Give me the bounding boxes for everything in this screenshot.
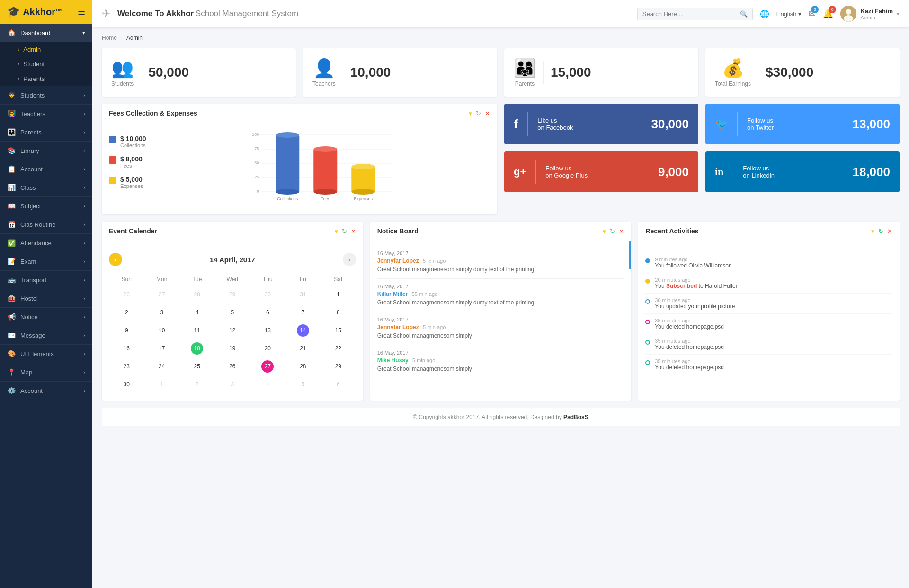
social-card-linkedin[interactable]: in Follow us on Linkedin 18,000 — [705, 151, 900, 192]
earnings-value: $30,000 — [766, 65, 813, 80]
sidebar-item-account2[interactable]: ⚙️ Account › — [0, 382, 92, 400]
refresh-button[interactable]: ↻ — [878, 228, 883, 235]
social-card-facebook[interactable]: f Like us on Facebook 30,000 — [504, 104, 698, 144]
submenu-item-student[interactable]: › Student — [0, 57, 92, 71]
search-icon[interactable]: 🔍 — [740, 10, 748, 18]
sidebar-item-class[interactable]: 📊 Class › — [0, 178, 92, 197]
calendar-day[interactable]: 17 — [144, 339, 180, 357]
sidebar-item-notice[interactable]: 📢 Notice › — [0, 308, 92, 326]
notice-author[interactable]: Jennyfar Lopez 5 min ago — [377, 258, 624, 264]
calendar-day[interactable]: 22 — [321, 339, 356, 357]
social-card-twitter[interactable]: 🐦 Follow us on Twitter 13,000 — [705, 104, 900, 144]
sidebar-item-message[interactable]: ✉️ Message › — [0, 326, 92, 345]
calendar-day[interactable]: 27 — [144, 285, 180, 303]
hamburger-icon[interactable]: ☰ — [78, 7, 85, 17]
calendar-day[interactable]: 3 — [144, 303, 180, 321]
calendar-day[interactable]: 15 — [321, 321, 356, 339]
close-button[interactable]: ✕ — [485, 110, 490, 117]
calendar-day[interactable]: 18 — [179, 339, 215, 357]
sidebar-item-library[interactable]: 📚 Library › — [0, 142, 92, 160]
refresh-button[interactable]: ↻ — [342, 228, 347, 235]
calendar-day[interactable]: 25 — [179, 357, 215, 375]
sidebar-logo[interactable]: 🎓 AkkhorTM ☰ — [0, 0, 92, 24]
sidebar-item-transport[interactable]: 🚌 Transport › — [0, 271, 92, 289]
sidebar-item-hostel[interactable]: 🏨 Hostel › — [0, 289, 92, 308]
calendar-day[interactable]: 13 — [250, 321, 285, 339]
collapse-button[interactable]: ▾ — [469, 110, 472, 117]
calendar-next-button[interactable]: › — [343, 253, 356, 266]
calendar-day[interactable]: 3 — [215, 375, 250, 393]
calendar-day[interactable]: 31 — [285, 285, 321, 303]
calendar-day[interactable]: 30 — [250, 285, 285, 303]
sidebar-item-clas-routine[interactable]: 📅 Clas Routine › — [0, 215, 92, 234]
calendar-day[interactable]: 28 — [179, 285, 215, 303]
sidebar-item-subject[interactable]: 📖 Subject › — [0, 197, 92, 215]
calendar-day[interactable]: 29 — [321, 357, 356, 375]
calendar-day[interactable]: 26 — [215, 357, 250, 375]
calendar-day[interactable]: 7 — [285, 303, 321, 321]
calendar-day[interactable]: 4 — [179, 303, 215, 321]
refresh-button[interactable]: ↻ — [476, 110, 481, 117]
close-button[interactable]: ✕ — [619, 228, 624, 235]
calendar-day[interactable]: 16 — [109, 339, 144, 357]
sidebar-item-ui-elements[interactable]: 🎨 UI Elements › — [0, 345, 92, 363]
submenu-item-admin[interactable]: › Admin — [0, 42, 92, 57]
sidebar-item-exam[interactable]: 📝 Exam › — [0, 252, 92, 271]
fees-chart-panel: Fees Collection & Expenses ▾ ↻ ✕ — [102, 104, 497, 214]
calendar-day[interactable]: 20 — [250, 339, 285, 357]
notice-author[interactable]: Mike Hussy 5 min ago — [377, 357, 624, 364]
globe-icon[interactable]: 🌐 — [760, 9, 769, 18]
close-button[interactable]: ✕ — [351, 228, 356, 235]
search-input[interactable] — [642, 10, 737, 18]
calendar-day[interactable]: 19 — [215, 339, 250, 357]
calendar-day[interactable]: 9 — [109, 321, 144, 339]
calendar-day[interactable]: 4 — [250, 375, 285, 393]
calendar-day[interactable]: 24 — [144, 357, 180, 375]
footer-brand-link[interactable]: PsdBosS — [563, 414, 588, 420]
breadcrumb-home[interactable]: Home — [102, 35, 117, 41]
calendar-day[interactable]: 6 — [321, 375, 356, 393]
calendar-day[interactable]: 12 — [215, 321, 250, 339]
calendar-prev-button[interactable]: ‹ — [109, 253, 122, 266]
calendar-day[interactable]: 29 — [215, 285, 250, 303]
calendar-day[interactable]: 11 — [179, 321, 215, 339]
calendar-day[interactable]: 30 — [109, 375, 144, 393]
mail-notification[interactable]: ✉ 5 — [809, 9, 816, 19]
calendar-day[interactable]: 2 — [179, 375, 215, 393]
language-selector[interactable]: English ▾ — [776, 10, 802, 18]
submenu-item-parents[interactable]: › Parents — [0, 71, 92, 86]
bell-notification[interactable]: 🔔 8 — [823, 9, 833, 19]
calendar-day[interactable]: 28 — [285, 357, 321, 375]
calendar-day[interactable]: 27 — [250, 357, 285, 375]
calendar-day[interactable]: 1 — [321, 285, 356, 303]
calendar-day[interactable]: 2 — [109, 303, 144, 321]
sidebar-item-teachers[interactable]: 👩‍🏫 Teachers › — [0, 105, 92, 123]
calendar-day[interactable]: 10 — [144, 321, 180, 339]
refresh-button[interactable]: ↻ — [610, 228, 615, 235]
user-info[interactable]: Kazi Fahim Admin ▾ — [840, 6, 900, 22]
close-button[interactable]: ✕ — [887, 228, 892, 235]
sidebar-item-attendance[interactable]: ✅ Attendance › — [0, 234, 92, 252]
calendar-day[interactable]: 23 — [109, 357, 144, 375]
notice-author[interactable]: Killar Miller 55 min ago — [377, 291, 624, 297]
sidebar-item-parents[interactable]: 👨‍👩‍👧 Parents › — [0, 123, 92, 142]
calendar-day[interactable]: 1 — [144, 375, 180, 393]
calendar-day[interactable]: 8 — [321, 303, 356, 321]
calendar-day[interactable]: 5 — [285, 375, 321, 393]
calendar-day[interactable]: 6 — [250, 303, 285, 321]
calendar-day[interactable]: 26 — [109, 285, 144, 303]
notice-author[interactable]: Jennyfar Lopez 5 min ago — [377, 324, 624, 330]
sidebar-item-dashboard[interactable]: 🏠 Dashboard ▾ — [0, 24, 92, 42]
search-box[interactable]: 🔍 — [637, 8, 753, 20]
collapse-button[interactable]: ▾ — [871, 228, 874, 235]
twitter-icon: 🐦 — [715, 118, 728, 130]
sidebar-item-account1[interactable]: 📋 Account › — [0, 160, 92, 178]
calendar-day[interactable]: 14 — [285, 321, 321, 339]
calendar-day[interactable]: 5 — [215, 303, 250, 321]
calendar-day[interactable]: 21 — [285, 339, 321, 357]
sidebar-item-students[interactable]: 👨‍🎓 Students › — [0, 86, 92, 105]
collapse-button[interactable]: ▾ — [603, 228, 606, 235]
sidebar-item-map[interactable]: 📍 Map › — [0, 363, 92, 382]
social-card-google[interactable]: g+ Follow us on Google Plus 9,000 — [504, 151, 698, 192]
collapse-button[interactable]: ▾ — [335, 228, 338, 235]
